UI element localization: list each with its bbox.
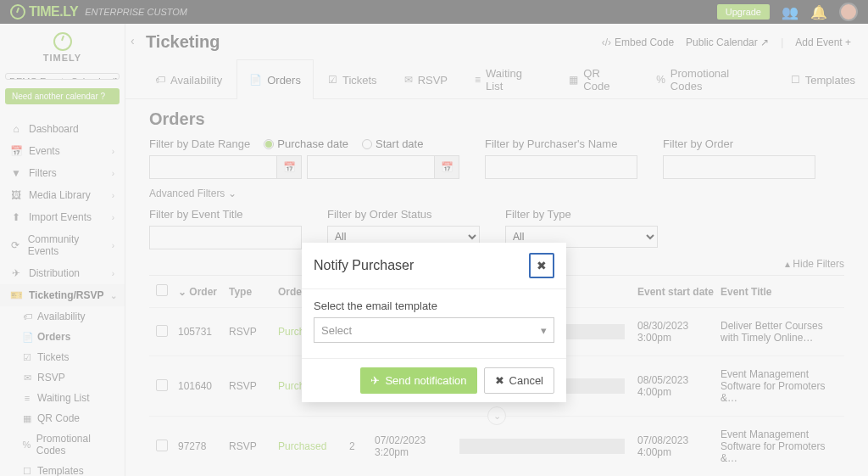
send-label: Send notification [385,374,466,387]
send-notification-button[interactable]: ✈Send notification [360,367,476,394]
cancel-button[interactable]: ✖Cancel [484,367,554,394]
modal-title: Notify Purchaser [314,258,414,273]
cancel-label: Cancel [509,374,543,387]
chevron-down-icon: ▾ [541,324,547,337]
modal-header: Notify Purchaser ✖ [302,243,566,289]
modal-footer: ✈Send notification ✖Cancel [302,358,566,402]
close-icon: ✖ [537,259,547,272]
modal-body: Select the email template Select ▾ [302,289,566,358]
close-icon: ✖ [495,374,504,387]
modal-overlay: Notify Purchaser ✖ Select the email temp… [0,0,868,476]
select-placeholder: Select [321,324,352,337]
send-icon: ✈ [370,374,380,387]
notify-purchaser-modal: Notify Purchaser ✖ Select the email temp… [302,243,566,402]
modal-label: Select the email template [314,300,554,312]
email-template-select[interactable]: Select ▾ [314,317,554,343]
modal-close-button[interactable]: ✖ [529,253,554,278]
